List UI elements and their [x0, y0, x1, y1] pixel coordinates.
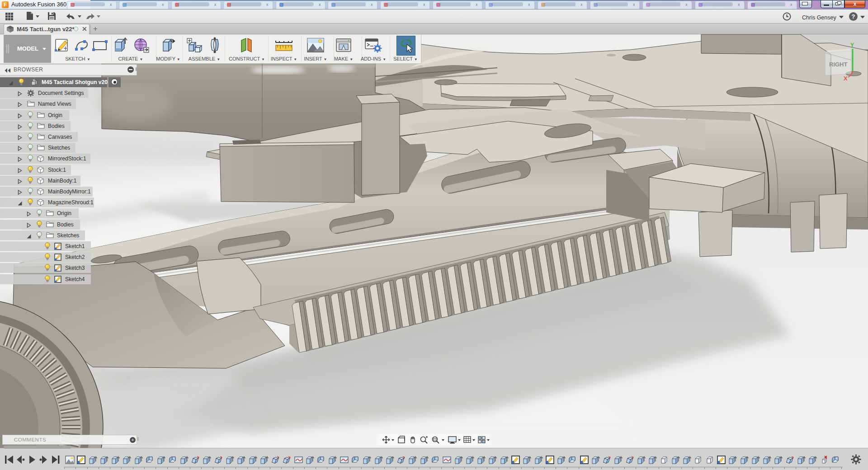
svg-text:RIGHT: RIGHT	[829, 61, 848, 68]
svg-text:X: X	[844, 75, 848, 82]
svg-text:Y: Y	[850, 42, 854, 48]
